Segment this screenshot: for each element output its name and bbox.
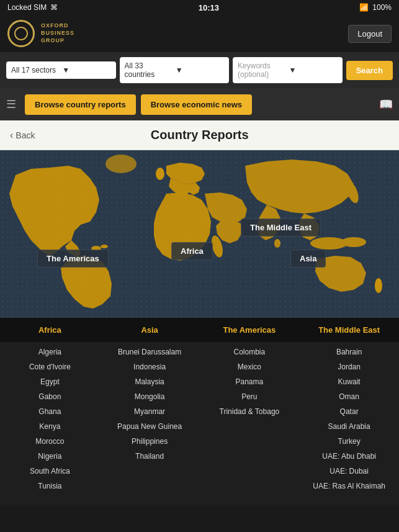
wifi-icon: ⌘ [50,3,58,12]
list-item[interactable]: UAE: Abu Dhabi [299,449,399,464]
map-label-americas[interactable]: The Americas [37,250,109,268]
world-map-svg [0,150,399,318]
list-item[interactable]: Turkey [299,434,399,449]
country-list-section: Africa Asia The Americas The Middle East… [0,318,399,506]
africa-column: AlgeriaCote d'IvoireEgyptGabonGhanaKenya… [0,342,100,494]
hamburger-icon[interactable]: ☰ [6,97,16,111]
list-item[interactable]: Egypt [0,374,100,389]
list-item[interactable]: Kenya [0,419,100,434]
bluetooth-icon: 📶 [359,3,369,12]
status-left: Locked SIM ⌘ [7,3,58,12]
svg-point-7 [341,237,366,247]
list-item[interactable]: Brunei Darussalam [100,345,200,359]
list-item[interactable]: Saudi Arabia [299,419,399,434]
status-time: 10:13 [199,3,219,12]
region-header-asia: Asia [100,325,200,335]
region-headers: Africa Asia The Americas The Middle East [0,318,399,342]
browse-economic-news-button[interactable]: Browse economic news [141,94,252,115]
svg-point-4 [101,245,108,248]
list-item[interactable]: Ghana [0,404,100,419]
back-label: Back [16,130,35,140]
asia-column: Brunei DarussalamIndonesiaMalaysiaMongol… [100,342,200,494]
book-icon[interactable]: 📖 [379,97,393,111]
list-item[interactable]: Malaysia [100,374,200,389]
search-button[interactable]: Search [346,61,393,80]
list-item[interactable]: Colombia [200,345,300,359]
carrier-text: Locked SIM [7,3,47,12]
svg-point-11 [156,168,164,180]
middle-east-column: BahrainJordanKuwaitOmanQatarSaudi Arabia… [299,342,399,494]
app-header: OXFORD BUSINESS GROUP Logout [0,15,399,52]
search-bar: All 17 sectors ▼ All 33 countries ▼ Keyw… [0,52,399,88]
map-label-middle-east[interactable]: The Middle East [241,219,321,237]
logo-text: OXFORD BUSINESS GROUP [41,22,74,44]
list-item[interactable]: Thailand [100,449,200,464]
region-header-africa: Africa [0,325,100,335]
map-label-asia[interactable]: Asia [290,250,326,268]
logo-circle [7,20,35,47]
map-label-africa[interactable]: Africa [171,242,213,260]
logout-button[interactable]: Logout [348,25,392,43]
logo-line1: OXFORD [41,22,74,30]
list-item[interactable]: Indonesia [100,359,200,374]
list-item[interactable]: Cote d'Ivoire [0,359,100,374]
list-item[interactable]: Panama [200,374,300,389]
keywords-input-wrapper[interactable]: Keywords (optional) ▼ [233,57,343,83]
back-chevron-icon: ‹ [10,130,13,141]
logo-line2: BUSINESS [41,30,74,37]
list-item[interactable]: Qatar [299,404,399,419]
countries-value: All 33 countries [125,61,173,79]
status-right: 📶 100% [359,3,392,12]
list-item[interactable]: UAE: Ras Al Khaimah [299,479,399,494]
page-title: Country Reports [35,128,364,142]
sectors-value: All 17 sectors [11,66,60,74]
map-area: The Americas Africa The Middle East Asia [0,150,399,318]
battery-text: 100% [372,3,392,12]
back-button[interactable]: ‹ Back [10,130,35,141]
list-item[interactable]: Nigeria [0,449,100,464]
countries-dropdown[interactable]: All 33 countries ▼ [120,57,230,83]
list-item[interactable]: Trinidad & Tobago [200,404,300,419]
list-item[interactable]: Kuwait [299,374,399,389]
list-item[interactable]: Peru [200,389,300,404]
list-item[interactable]: Morocco [0,434,100,449]
logo-container: OXFORD BUSINESS GROUP [7,20,74,47]
list-item[interactable]: Myanmar [100,404,200,419]
svg-point-9 [274,239,280,248]
list-item[interactable]: Mongolia [100,389,200,404]
keywords-chevron: ▼ [289,66,337,74]
browse-country-reports-button[interactable]: Browse country reports [25,94,136,115]
svg-point-10 [105,155,137,173]
countries-chevron: ▼ [176,66,224,74]
logo-inner [14,27,28,40]
region-header-americas: The Americas [200,325,300,335]
list-item[interactable]: Tunisia [0,479,100,494]
sectors-chevron: ▼ [62,66,110,74]
sectors-dropdown[interactable]: All 17 sectors ▼ [6,61,116,79]
list-item[interactable]: Mexico [200,359,300,374]
status-bar: Locked SIM ⌘ 10:13 📶 100% [0,0,399,15]
region-header-middle-east: The Middle East [299,325,399,335]
list-item[interactable]: Oman [299,389,399,404]
list-item[interactable]: Bahrain [299,345,399,359]
list-item[interactable]: Papua New Guinea [100,419,200,434]
list-item[interactable]: South Africa [0,464,100,479]
list-item[interactable]: UAE: Dubai [299,464,399,479]
list-item[interactable]: Gabon [0,389,100,404]
page-header: ‹ Back Country Reports [0,120,399,150]
svg-point-12 [375,278,382,293]
list-item[interactable]: Jordan [299,359,399,374]
americas-column: ColombiaMexicoPanamaPeruTrinidad & Tobag… [200,342,300,494]
list-item[interactable]: Philippines [100,434,200,449]
keywords-placeholder: Keywords (optional) [238,61,286,79]
nav-bar: ☰ Browse country reports Browse economic… [0,88,399,120]
countries-grid: AlgeriaCote d'IvoireEgyptGabonGhanaKenya… [0,342,399,506]
list-item[interactable]: Algeria [0,345,100,359]
logo-line3: GROUP [41,37,74,45]
